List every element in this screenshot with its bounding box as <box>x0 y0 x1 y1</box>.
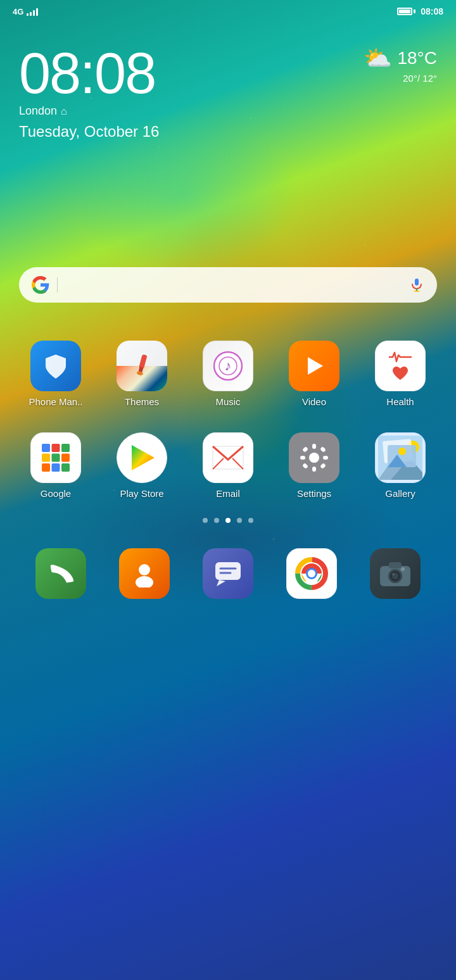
clock-time: 08:08 <box>19 45 155 102</box>
page-dot-3[interactable] <box>225 518 231 523</box>
svg-rect-0 <box>415 279 419 286</box>
search-divider <box>57 277 58 292</box>
svg-text:♪: ♪ <box>225 358 232 374</box>
app-item-play-store[interactable]: Play Store <box>107 432 177 499</box>
app-item-phone-manager[interactable]: Phone Man.. <box>21 341 91 407</box>
google-label: Google <box>41 488 71 499</box>
envelope-icon <box>212 446 244 470</box>
city-name: London <box>19 104 57 118</box>
clock-area: 08:08 London ⌂ ⛅ 18°C 20°/ 12° Tuesday, … <box>0 20 456 153</box>
gear-icon <box>299 443 329 473</box>
weather-icon: ⛅ <box>364 45 392 72</box>
shield-icon <box>42 352 70 380</box>
svg-point-24 <box>309 453 319 463</box>
page-dot-1[interactable] <box>203 518 208 523</box>
svg-rect-17 <box>42 463 50 472</box>
play-store-triangle-icon <box>127 443 157 473</box>
email-label: Email <box>216 488 240 499</box>
status-time: 08:08 <box>421 6 443 16</box>
svg-rect-14 <box>42 454 50 462</box>
svg-rect-27 <box>300 456 305 460</box>
svg-marker-46 <box>217 580 225 586</box>
app-item-health[interactable]: Health <box>365 341 435 407</box>
svg-rect-30 <box>320 446 326 453</box>
time-location: 08:08 London ⌂ <box>19 45 155 118</box>
themes-icon <box>117 341 167 391</box>
dock-contacts[interactable] <box>110 548 179 599</box>
svg-point-41 <box>139 564 150 575</box>
dock <box>0 536 456 618</box>
svg-marker-9 <box>308 357 323 375</box>
svg-point-42 <box>136 576 153 587</box>
person-icon <box>130 560 158 587</box>
dock-messages[interactable] <box>193 548 263 599</box>
phone-manager-icon <box>30 341 81 391</box>
health-icon-inner <box>389 351 412 381</box>
svg-rect-15 <box>52 454 60 462</box>
network-indicator: 4G <box>13 7 23 16</box>
search-bar[interactable] <box>19 267 437 303</box>
play-triangle-icon <box>301 353 327 379</box>
signal-bar-4 <box>36 8 38 16</box>
search-container <box>0 254 456 315</box>
email-icon <box>203 432 253 483</box>
app-item-google[interactable]: Google <box>21 432 91 499</box>
page-dot-4[interactable] <box>237 518 242 523</box>
app-item-gallery[interactable]: Gallery <box>365 432 435 499</box>
svg-rect-32 <box>320 463 326 469</box>
phone-call-icon <box>35 548 86 599</box>
app-item-settings[interactable]: Settings <box>279 432 349 499</box>
heart-icon <box>391 366 409 381</box>
app-item-video[interactable]: Video <box>279 341 349 407</box>
dock-chrome[interactable] <box>277 548 346 599</box>
video-label: Video <box>302 396 326 407</box>
settings-icon <box>289 432 339 483</box>
status-bar: 4G 08:08 <box>0 0 456 20</box>
app-item-email[interactable]: Email <box>193 432 263 499</box>
dock-camera[interactable] <box>360 548 430 599</box>
page-dots <box>0 505 456 536</box>
camera-icon <box>370 548 421 599</box>
weather-range: 20°/ 12° <box>364 73 437 84</box>
signal-bar-3 <box>33 10 35 16</box>
signal-bar-2 <box>30 12 32 16</box>
dock-phone[interactable] <box>26 548 96 599</box>
status-left: 4G <box>13 7 38 16</box>
google-apps-icon <box>39 441 72 474</box>
gallery-icon <box>375 432 426 483</box>
svg-rect-28 <box>323 456 328 460</box>
battery-icon <box>397 8 415 15</box>
phone-manager-label: Phone Man.. <box>28 396 82 407</box>
contacts-icon <box>119 548 170 599</box>
play-store-label: Play Store <box>120 488 163 499</box>
chrome-icon <box>286 548 337 599</box>
app-item-themes[interactable]: Themes <box>107 341 177 407</box>
settings-label: Settings <box>297 488 331 499</box>
date-display: Tuesday, October 16 <box>19 123 437 141</box>
health-icon <box>375 341 426 391</box>
themes-label: Themes <box>125 396 159 407</box>
page-dot-2[interactable] <box>214 518 219 523</box>
svg-point-58 <box>392 573 395 575</box>
svg-point-40 <box>398 448 406 455</box>
weather-widget: ⛅ 18°C 20°/ 12° <box>364 45 437 84</box>
svg-rect-31 <box>302 463 308 469</box>
camera-body-icon <box>379 560 412 587</box>
mic-icon[interactable] <box>409 277 424 292</box>
music-note-icon: ♪ <box>212 350 244 382</box>
status-right: 08:08 <box>397 6 443 16</box>
app-row-2: Google Play Store <box>0 426 456 505</box>
health-label: Health <box>386 396 414 407</box>
svg-rect-26 <box>312 467 316 472</box>
svg-rect-43 <box>215 562 241 580</box>
svg-rect-25 <box>312 444 316 449</box>
svg-rect-54 <box>389 562 402 569</box>
svg-marker-20 <box>132 445 155 470</box>
app-item-music[interactable]: ♪ Music <box>193 341 263 407</box>
svg-rect-29 <box>302 446 308 453</box>
gallery-photo-icon <box>378 436 422 480</box>
page-dot-5[interactable] <box>248 518 253 523</box>
messages-icon <box>203 548 253 599</box>
svg-rect-16 <box>61 454 70 462</box>
svg-point-5 <box>136 370 143 375</box>
